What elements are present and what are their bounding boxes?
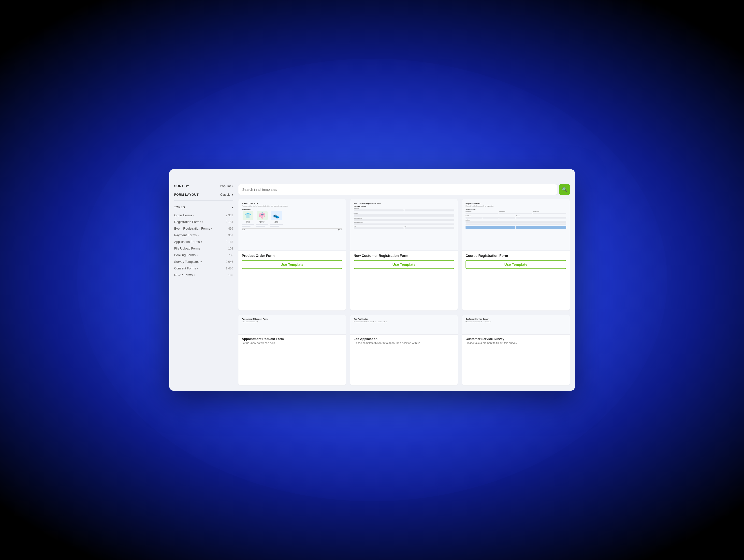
sidebar-item-chevron-icon-4: ▾ xyxy=(201,240,202,243)
card-subtitle-customer-survey: Please take a moment to fill out this su… xyxy=(466,341,566,344)
sidebar-item-left-1: Registration Forms ▾ xyxy=(174,220,203,224)
card-preview-appointment: Appointment Request Form Let us know so … xyxy=(238,315,346,335)
template-card-product-order: Product Order Form Please select from th… xyxy=(238,199,346,311)
template-grid: Product Order Form Please select from th… xyxy=(238,199,570,386)
form-layout-dropdown[interactable]: Classic ▾ xyxy=(220,193,233,196)
search-icon: 🔍 xyxy=(562,187,567,192)
card-footer-customer-registration: New Customer Registration Form Use Templ… xyxy=(350,251,458,272)
sidebar-item-left-7: Survey Templates ▾ xyxy=(174,260,202,264)
sidebar-item-name-2: Event Registration Forms xyxy=(174,227,211,230)
sidebar-item-9[interactable]: RSVP Forms ▾ 165 xyxy=(174,272,233,278)
sidebar-item-name-8: Consent Forms xyxy=(174,266,196,270)
card-footer-job-application: Job Application Please complete this for… xyxy=(350,335,458,347)
form-layout-section: FORM LAYOUT Classic ▾ xyxy=(174,193,233,200)
sidebar-item-4[interactable]: Application Forms ▾ 2,118 xyxy=(174,238,233,245)
sidebar-item-chevron-icon-6: ▾ xyxy=(197,254,198,256)
use-template-button-product-order[interactable]: Use Template xyxy=(242,260,342,269)
form-layout-value: Classic xyxy=(220,193,230,196)
sidebar-item-name-0: Order Forms xyxy=(174,213,192,217)
sidebar-item-count-4: 2,118 xyxy=(226,240,233,244)
ui-window: SORT BY Popular ▾ FORM LAYOUT Classic ▾ … xyxy=(169,170,575,390)
sidebar-item-count-1: 2,181 xyxy=(226,220,233,224)
sidebar-item-1[interactable]: Registration Forms ▾ 2,181 xyxy=(174,219,233,225)
card-footer-appointment: Appointment Request Form Let us know so … xyxy=(238,335,346,347)
sidebar-item-name-1: Registration Forms xyxy=(174,220,201,224)
form-layout-label: FORM LAYOUT xyxy=(174,193,199,196)
sidebar-item-left-9: RSVP Forms ▾ xyxy=(174,273,195,277)
card-preview-job-application: Job Application Please complete this for… xyxy=(350,315,458,335)
card-subtitle-appointment: Let us know so we can help xyxy=(242,341,342,344)
card-footer-customer-survey: Customer Service Survey Please take a mo… xyxy=(462,335,569,347)
template-card-customer-registration: New Customer Registration Form Customer … xyxy=(350,199,458,311)
sidebar-item-0[interactable]: Order Forms ▾ 2,333 xyxy=(174,212,233,219)
card-preview-product-order: Product Order Form Please select from th… xyxy=(238,199,346,251)
sidebar-item-left-2: Event Registration Forms ▾ xyxy=(174,227,213,230)
sort-by-dropdown[interactable]: Popular ▾ xyxy=(220,184,233,188)
sidebar-item-left-4: Application Forms ▾ xyxy=(174,240,202,244)
sidebar-item-left-3: Payment Forms ▾ xyxy=(174,233,199,237)
sidebar-item-left-5: File Upload Forms xyxy=(174,247,200,250)
sidebar-item-2[interactable]: Event Registration Forms ▾ 499 xyxy=(174,225,233,232)
search-bar: 🔍 xyxy=(238,184,570,195)
use-template-button-customer-registration[interactable]: Use Template xyxy=(354,260,454,269)
sidebar-item-name-3: Payment Forms xyxy=(174,233,197,237)
search-button[interactable]: 🔍 xyxy=(559,184,570,195)
sidebar-item-count-0: 2,333 xyxy=(226,214,233,217)
template-card-job-application: Job Application Please complete this for… xyxy=(350,315,458,386)
sort-by-section: SORT BY Popular ▾ xyxy=(174,184,233,188)
sidebar-item-count-6: 786 xyxy=(228,254,233,257)
sidebar-item-chevron-icon-7: ▾ xyxy=(200,260,202,263)
sort-by-label: SORT BY xyxy=(174,184,189,188)
use-template-button-course-registration[interactable]: Use Template xyxy=(466,260,566,269)
sidebar-item-chevron-icon-0: ▾ xyxy=(193,214,194,217)
search-input[interactable] xyxy=(238,184,557,195)
sidebar-item-chevron-icon-2: ▾ xyxy=(211,227,212,230)
sidebar-item-name-9: RSVP Forms xyxy=(174,273,193,277)
card-title-product-order: Product Order Form xyxy=(242,254,342,258)
sidebar-item-count-9: 165 xyxy=(228,273,233,277)
template-card-appointment: Appointment Request Form Let us know so … xyxy=(238,315,346,386)
sidebar-item-count-2: 499 xyxy=(228,227,233,230)
card-title-job-application: Job Application xyxy=(354,337,454,341)
sidebar-item-3[interactable]: Payment Forms ▾ 307 xyxy=(174,232,233,238)
template-card-course-registration: Registration Form Please fill out the fo… xyxy=(462,199,570,311)
sidebar-item-count-8: 1,430 xyxy=(226,267,233,270)
sidebar-item-5[interactable]: File Upload Forms 103 xyxy=(174,245,233,252)
sidebar-item-name-4: Application Forms xyxy=(174,240,200,244)
sidebar-item-count-5: 103 xyxy=(228,247,233,250)
sidebar-item-left-8: Consent Forms ▾ xyxy=(174,266,198,270)
card-title-appointment: Appointment Request Form xyxy=(242,337,342,341)
right-panel: 🔍 Product Order Form Please select from … xyxy=(238,184,570,386)
card-footer-course-registration: Course Registration Form Use Template xyxy=(462,251,569,272)
window-top-bar xyxy=(169,170,575,182)
form-layout-chevron-icon: ▾ xyxy=(231,193,233,196)
sidebar-item-left-6: Booking Forms ▾ xyxy=(174,253,198,257)
sidebar-item-7[interactable]: Survey Templates ▾ 2,046 xyxy=(174,258,233,265)
types-header: TYPES ▴ xyxy=(174,206,233,209)
sidebar-item-8[interactable]: Consent Forms ▾ 1,430 xyxy=(174,265,233,272)
sidebar-item-count-3: 307 xyxy=(228,233,233,237)
card-title-course-registration: Course Registration Form xyxy=(466,254,566,258)
sidebar-item-name-5: File Upload Forms xyxy=(174,247,200,250)
card-title-customer-registration: New Customer Registration Form xyxy=(354,254,454,258)
sidebar-item-name-6: Booking Forms xyxy=(174,253,196,257)
sidebar: SORT BY Popular ▾ FORM LAYOUT Classic ▾ … xyxy=(174,184,233,386)
search-input-wrapper xyxy=(238,184,557,195)
card-preview-customer-survey: Customer Service Survey Please take a mo… xyxy=(462,315,569,335)
sidebar-item-chevron-icon-8: ▾ xyxy=(197,267,198,270)
sidebar-item-name-7: Survey Templates xyxy=(174,260,199,264)
sidebar-item-6[interactable]: Booking Forms ▾ 786 xyxy=(174,252,233,258)
card-preview-course-registration: Registration Form Please fill out the fo… xyxy=(462,199,569,251)
sidebar-item-count-7: 2,046 xyxy=(226,260,233,264)
sort-by-value: Popular xyxy=(220,184,231,188)
card-title-customer-survey: Customer Service Survey xyxy=(466,337,566,341)
sort-by-chevron-icon: ▾ xyxy=(232,185,233,187)
main-content: SORT BY Popular ▾ FORM LAYOUT Classic ▾ … xyxy=(169,182,575,390)
types-chevron-icon[interactable]: ▴ xyxy=(232,206,233,209)
types-label: TYPES xyxy=(174,206,185,209)
sidebar-item-chevron-icon-9: ▾ xyxy=(194,273,195,276)
card-footer-product-order: Product Order Form Use Template xyxy=(238,251,346,272)
sidebar-items-list: Order Forms ▾ 2,333 Registration Forms ▾… xyxy=(174,212,233,278)
template-card-customer-survey: Customer Service Survey Please take a mo… xyxy=(462,315,570,386)
card-preview-customer-registration: New Customer Registration Form Customer … xyxy=(350,199,458,251)
